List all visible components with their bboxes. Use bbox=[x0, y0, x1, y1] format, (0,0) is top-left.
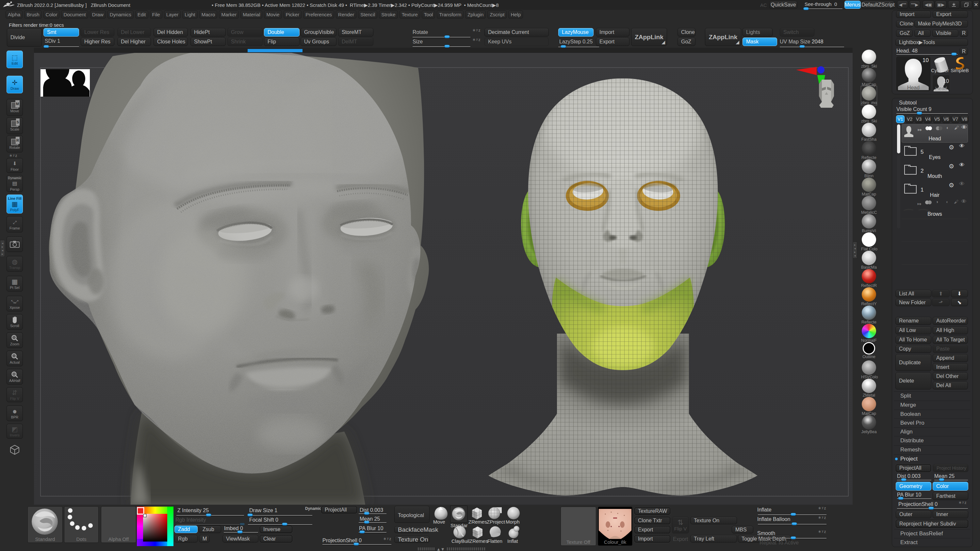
svg-text:x1: x1 bbox=[13, 354, 16, 357]
